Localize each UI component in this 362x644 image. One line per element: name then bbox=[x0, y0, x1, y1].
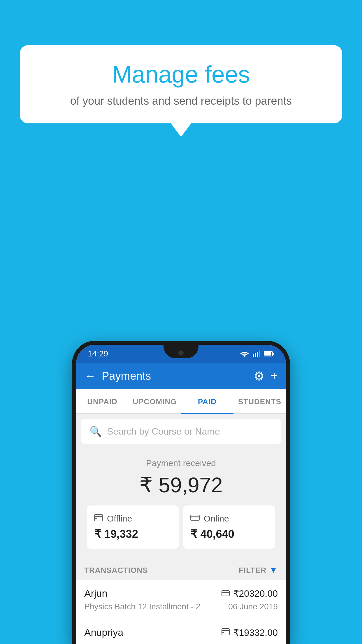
filter-text: FILTER bbox=[239, 566, 266, 575]
svg-rect-7 bbox=[94, 514, 103, 521]
transaction-item-arjun[interactable]: Arjun ₹20320.00 Physics bbox=[76, 580, 286, 619]
online-type-label: Online bbox=[204, 514, 229, 524]
tabs-bar: UNPAID UPCOMING PAID STUDENTS bbox=[76, 389, 286, 414]
transaction-amount-row-2: ₹19332.00 bbox=[222, 627, 278, 638]
app-bar-title: Payments bbox=[102, 370, 248, 382]
status-bar: 14:29 bbox=[76, 345, 286, 363]
camera-dot bbox=[178, 350, 184, 356]
wifi-icon bbox=[240, 351, 249, 357]
online-payment-icon bbox=[222, 589, 230, 598]
transaction-row-2: Physics Batch 12 Installment - 2 06 June… bbox=[84, 602, 278, 611]
payment-total-amount: ₹ 59,972 bbox=[82, 473, 280, 497]
app-bar: ← Payments ⚙ + bbox=[76, 363, 286, 389]
offline-card-header: Offline bbox=[94, 514, 172, 524]
svg-rect-1 bbox=[255, 353, 256, 357]
tab-unpaid[interactable]: UNPAID bbox=[76, 389, 129, 413]
transactions-header: TRANSACTIONS FILTER ▼ bbox=[76, 557, 286, 580]
tooltip-card: Manage fees of your students and send re… bbox=[20, 45, 342, 123]
online-card: Online ₹ 40,640 bbox=[183, 505, 275, 549]
transaction-item-anupriya[interactable]: Anupriya ₹19332.00 bbox=[76, 619, 286, 644]
phone-frame: 14:29 bbox=[72, 341, 290, 644]
svg-rect-16 bbox=[222, 632, 224, 633]
signal-icon bbox=[253, 351, 260, 357]
settings-button[interactable]: ⚙ bbox=[254, 369, 265, 383]
content-area: 🔍 Search by Course or Name Payment recei… bbox=[76, 419, 286, 644]
status-icons bbox=[240, 351, 274, 357]
search-bar[interactable]: 🔍 Search by Course or Name bbox=[81, 419, 281, 444]
transaction-row-1: Arjun ₹20320.00 bbox=[84, 588, 278, 599]
transaction-amount-anupriya: ₹19332.00 bbox=[233, 627, 278, 638]
svg-rect-3 bbox=[259, 351, 260, 357]
transaction-amount: ₹20320.00 bbox=[233, 588, 278, 599]
online-card-header: Online bbox=[190, 514, 268, 524]
filter-icon: ▼ bbox=[269, 566, 278, 575]
tooltip-subtitle: of your students and send receipts to pa… bbox=[37, 93, 325, 109]
transaction-amount-row: ₹20320.00 bbox=[222, 588, 278, 599]
tab-upcoming[interactable]: UPCOMING bbox=[129, 389, 181, 413]
payment-cards: Offline ₹ 19,332 bbox=[87, 505, 275, 549]
offline-amount: ₹ 19,332 bbox=[94, 528, 172, 540]
online-payment-icon bbox=[190, 514, 200, 523]
offline-payment-icon-2 bbox=[222, 628, 230, 637]
transaction-course: Physics Batch 12 Installment - 2 bbox=[84, 602, 200, 611]
status-time: 14:29 bbox=[88, 349, 108, 358]
tab-students[interactable]: STUDENTS bbox=[233, 389, 286, 413]
notch bbox=[164, 345, 198, 358]
offline-card: Offline ₹ 19,332 bbox=[87, 505, 179, 549]
svg-rect-10 bbox=[191, 515, 199, 520]
svg-rect-12 bbox=[222, 591, 229, 596]
transaction-date: 06 June 2019 bbox=[228, 602, 278, 611]
payment-summary: Payment received ₹ 59,972 bbox=[76, 447, 286, 557]
transaction-name: Arjun bbox=[84, 588, 107, 599]
phone-screen: 14:29 bbox=[76, 345, 286, 644]
online-amount: ₹ 40,640 bbox=[190, 528, 268, 540]
transaction-name-anupriya: Anupriya bbox=[84, 627, 123, 638]
svg-rect-6 bbox=[264, 352, 271, 356]
filter-button[interactable]: FILTER ▼ bbox=[239, 566, 278, 575]
battery-icon bbox=[264, 351, 274, 357]
offline-payment-icon bbox=[94, 514, 103, 523]
search-icon: 🔍 bbox=[89, 426, 102, 437]
phone-wrapper: 14:29 bbox=[72, 341, 290, 644]
tab-paid[interactable]: PAID bbox=[181, 389, 233, 413]
svg-rect-2 bbox=[257, 352, 258, 357]
offline-type-label: Offline bbox=[107, 514, 132, 524]
transactions-label: TRANSACTIONS bbox=[84, 566, 148, 575]
transaction-partial-row: Anupriya ₹19332.00 bbox=[84, 627, 278, 638]
svg-rect-5 bbox=[273, 353, 274, 355]
back-button[interactable]: ← bbox=[84, 370, 96, 383]
payment-received-label: Payment received bbox=[82, 458, 280, 468]
add-button[interactable]: + bbox=[270, 369, 278, 383]
svg-rect-0 bbox=[253, 354, 254, 357]
tooltip-title: Manage fees bbox=[37, 61, 325, 88]
svg-rect-14 bbox=[222, 629, 229, 635]
search-placeholder: Search by Course or Name bbox=[107, 426, 220, 437]
svg-rect-9 bbox=[95, 518, 97, 519]
